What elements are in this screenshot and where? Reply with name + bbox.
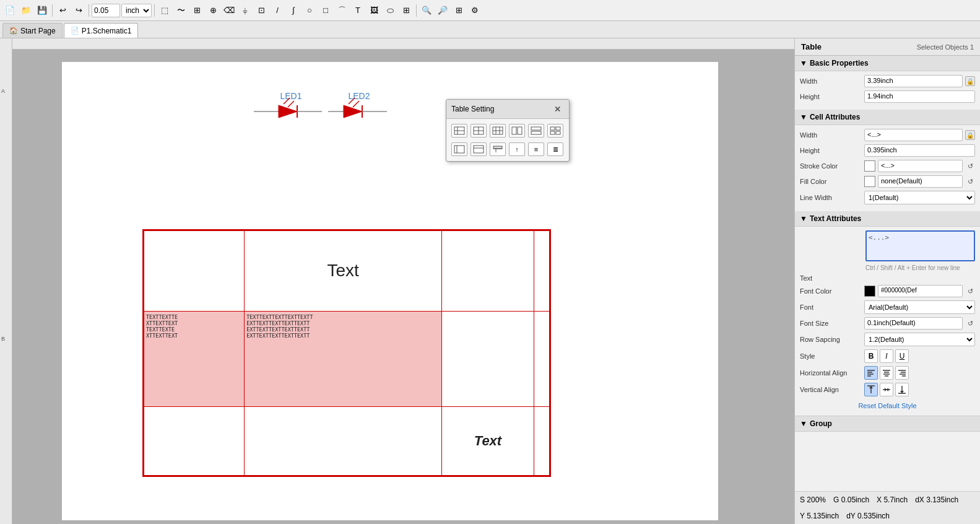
text-tool[interactable]: T bbox=[350, 3, 365, 18]
wire-tool[interactable]: 〜 bbox=[173, 3, 188, 18]
undo-button[interactable]: ↩ bbox=[55, 3, 70, 18]
ts-btn-6[interactable] bbox=[547, 124, 563, 138]
cell-r1c0[interactable]: TEXTTEXTTEXTTEXTTEXTTEXTTEXTEXTTEXTTEXT bbox=[144, 311, 245, 407]
status-dy: dY 0.535inch bbox=[846, 512, 890, 520]
stroke-refresh-button[interactable]: ↺ bbox=[965, 161, 975, 171]
svg-text:LED2: LED2 bbox=[348, 91, 370, 101]
cell-r2c0[interactable] bbox=[144, 407, 245, 476]
valign-bottom-button[interactable] bbox=[895, 383, 909, 396]
ts-btn-12[interactable]: ≣ bbox=[547, 142, 563, 156]
curve-tool[interactable]: ∫ bbox=[286, 3, 301, 18]
arc-tool[interactable]: ⌒ bbox=[334, 3, 349, 18]
ts-btn-4[interactable] bbox=[509, 124, 525, 138]
stroke-color-swatch[interactable] bbox=[864, 160, 875, 172]
valign-middle-button[interactable] bbox=[880, 383, 893, 396]
section-group[interactable]: ▼ Group bbox=[795, 416, 980, 432]
height-value[interactable]: 1.94inch bbox=[864, 90, 975, 103]
select-tool[interactable]: ⬚ bbox=[157, 3, 172, 18]
power-tool[interactable]: ⏚ bbox=[238, 3, 253, 18]
row-spacing-row: Row Sapcing 1.2(Default) 1.5 bbox=[800, 333, 975, 346]
circle-tool[interactable]: ○ bbox=[302, 3, 317, 18]
line-width-label: Line Width bbox=[800, 194, 862, 201]
table-row: TEXTTEXTTEXTTEXTTEXTTEXTTEXTEXTTEXTTEXT … bbox=[144, 311, 550, 407]
line-tool[interactable]: / bbox=[270, 3, 285, 18]
cell-lock-button[interactable]: 🔒 bbox=[965, 130, 975, 140]
align-center-button[interactable] bbox=[880, 366, 893, 380]
cell-r2c2[interactable]: Text bbox=[442, 407, 534, 476]
ts-btn-2[interactable] bbox=[470, 124, 487, 138]
fill-refresh-button[interactable]: ↺ bbox=[965, 177, 975, 186]
status-values: S 200% G 0.05inch X 5.7inch dX 3.135inch… bbox=[800, 496, 975, 520]
canvas-area[interactable]: LED1 LED2 bbox=[12, 38, 794, 524]
width-label: Width bbox=[800, 77, 862, 85]
zoom-out[interactable]: 🔎 bbox=[435, 3, 450, 18]
section-basic-properties[interactable]: ▼ Basic Properties bbox=[795, 56, 980, 71]
stroke-color-value[interactable]: <...> bbox=[878, 160, 963, 172]
image-tool[interactable]: 🖼 bbox=[366, 3, 381, 18]
ts-btn-5[interactable] bbox=[528, 124, 544, 138]
lock-button[interactable]: 🔒 bbox=[965, 76, 975, 86]
ts-btn-3[interactable] bbox=[490, 124, 506, 138]
save-button[interactable]: 💾 bbox=[35, 3, 50, 18]
ts-btn-1[interactable] bbox=[451, 124, 467, 138]
valign-top-button[interactable] bbox=[864, 383, 878, 396]
fill-color-value[interactable]: none(Default) bbox=[878, 175, 963, 188]
cell-width-value[interactable]: <...> bbox=[864, 129, 963, 141]
cell-r0c3[interactable] bbox=[534, 231, 549, 312]
cell-r1c1[interactable]: TEXTTEXTTEXTTEXTTEXTTEXTTEXTTEXTTEXTTEXT… bbox=[245, 311, 442, 407]
ts-btn-9[interactable] bbox=[490, 142, 506, 156]
cell-r0c2[interactable] bbox=[442, 231, 534, 312]
cell-r0c0[interactable] bbox=[144, 231, 245, 312]
reset-style-link[interactable]: Reset Default Style bbox=[800, 400, 975, 412]
cell-r1c3[interactable] bbox=[534, 311, 549, 407]
font-color-refresh[interactable]: ↺ bbox=[965, 286, 975, 296]
cell-r2c3[interactable] bbox=[534, 407, 549, 476]
zoom-in[interactable]: 🔍 bbox=[419, 3, 434, 18]
font-size-refresh[interactable]: ↺ bbox=[965, 318, 975, 328]
bold-button[interactable]: B bbox=[864, 349, 878, 363]
font-row: Font Arial(Default) Times New Roman bbox=[800, 300, 975, 314]
canvas-content: LED1 LED2 bbox=[25, 50, 794, 524]
cell-height-value[interactable]: 0.395inch bbox=[864, 144, 975, 157]
cell-r1c2[interactable] bbox=[442, 311, 534, 407]
cell-r0c1[interactable]: Text bbox=[245, 231, 442, 312]
open-button[interactable]: 📁 bbox=[19, 3, 33, 18]
junction-tool[interactable]: ⊕ bbox=[206, 3, 220, 18]
tab-start[interactable]: 🏠 Start Page bbox=[2, 23, 63, 38]
cell-r2c1[interactable] bbox=[245, 407, 442, 476]
font-color-swatch[interactable] bbox=[864, 286, 875, 297]
ts-btn-11[interactable]: ≡ bbox=[528, 142, 544, 156]
row-spacing-select[interactable]: 1.2(Default) 1.5 bbox=[864, 333, 975, 346]
font-select[interactable]: Arial(Default) Times New Roman bbox=[864, 300, 975, 314]
line-width-select[interactable]: 1(Default) 2 3 bbox=[864, 191, 975, 204]
component-tool[interactable]: ⊡ bbox=[254, 3, 269, 18]
underline-button[interactable]: U bbox=[895, 349, 909, 363]
align-right-button[interactable] bbox=[895, 366, 909, 380]
tab-schematic[interactable]: 📄 P1.Schematic1 bbox=[64, 23, 139, 38]
align-left-button[interactable] bbox=[864, 366, 878, 380]
width-value[interactable]: 3.39inch bbox=[864, 75, 963, 87]
zoom-fit[interactable]: ⊞ bbox=[451, 3, 466, 18]
redo-button[interactable]: ↪ bbox=[71, 3, 86, 18]
ts-btn-8[interactable] bbox=[470, 142, 487, 156]
unit-select[interactable]: inch mm cm bbox=[121, 4, 152, 17]
bus-tool[interactable]: ⊞ bbox=[189, 3, 204, 18]
font-size-value[interactable]: 0.1inch(Default) bbox=[864, 317, 963, 330]
table-setting-close-button[interactable]: ✕ bbox=[550, 102, 564, 116]
settings-button[interactable]: ⚙ bbox=[467, 3, 482, 18]
section-basic-label: Basic Properties bbox=[810, 59, 869, 68]
section-text-attributes[interactable]: ▼ Text Attributes bbox=[795, 211, 980, 227]
italic-button[interactable]: I bbox=[880, 349, 893, 363]
new-button[interactable]: 📄 bbox=[2, 3, 17, 18]
font-color-value[interactable]: #000000(Def bbox=[878, 285, 963, 297]
ellipse-tool[interactable]: ⬭ bbox=[383, 3, 397, 18]
snap-input[interactable]: 0.05 bbox=[94, 6, 118, 15]
ts-btn-7[interactable] bbox=[451, 142, 467, 156]
fill-color-swatch[interactable] bbox=[864, 176, 875, 187]
text-input[interactable]: <...> bbox=[865, 230, 975, 261]
label-tool[interactable]: ⌫ bbox=[222, 3, 236, 18]
rect-tool[interactable]: □ bbox=[318, 3, 333, 18]
section-cell-attributes[interactable]: ▼ Cell Attributes bbox=[795, 110, 980, 125]
table-tool[interactable]: ⊞ bbox=[399, 3, 414, 18]
ts-btn-10[interactable]: ↑ bbox=[509, 142, 525, 156]
